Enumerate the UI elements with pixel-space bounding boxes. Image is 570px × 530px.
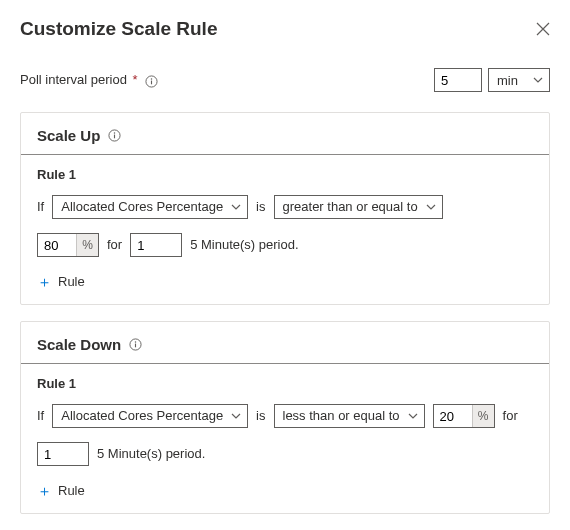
scale-down-add-rule-button[interactable]: ＋ Rule <box>37 483 85 498</box>
add-rule-label: Rule <box>58 274 85 289</box>
info-icon[interactable] <box>129 338 142 351</box>
svg-point-1 <box>151 78 152 79</box>
scale-up-period-text: 5 Minute(s) period. <box>190 230 298 260</box>
scale-up-rule-line-2: % for 5 Minute(s) period. <box>37 230 533 260</box>
svg-rect-5 <box>114 135 115 139</box>
add-rule-label: Rule <box>58 483 85 498</box>
scale-up-metric-value: Allocated Cores Percentage <box>61 192 223 222</box>
svg-point-4 <box>114 132 115 133</box>
panel-header: Customize Scale Rule <box>20 18 550 40</box>
scale-down-heading: Scale Down <box>37 336 121 353</box>
poll-interval-label-text: Poll interval period <box>20 72 127 87</box>
chevron-down-icon <box>533 75 543 85</box>
scale-down-threshold-wrap: % <box>433 404 495 428</box>
plus-icon: ＋ <box>37 274 52 289</box>
svg-rect-2 <box>151 80 152 84</box>
scale-down-header: Scale Down <box>21 322 549 364</box>
scale-down-card: Scale Down Rule 1 If Allocated Cores Per… <box>20 321 550 514</box>
close-icon[interactable] <box>536 22 550 36</box>
is-text: is <box>256 401 265 431</box>
percent-suffix: % <box>472 405 494 427</box>
scale-up-duration-input[interactable] <box>130 233 182 257</box>
scale-up-add-rule-button[interactable]: ＋ Rule <box>37 274 85 289</box>
chevron-down-icon <box>426 202 436 212</box>
svg-rect-8 <box>135 344 136 348</box>
scale-up-rule-title: Rule 1 <box>37 167 533 182</box>
scale-up-threshold-input[interactable] <box>38 234 76 256</box>
scale-down-rule-line-2: 5 Minute(s) period. <box>37 439 533 469</box>
scale-up-operator-select[interactable]: greater than or equal to <box>274 195 443 219</box>
chevron-down-icon <box>408 411 418 421</box>
scale-down-threshold-input[interactable] <box>434 405 472 427</box>
scale-up-metric-select[interactable]: Allocated Cores Percentage <box>52 195 248 219</box>
scale-down-body: Rule 1 If Allocated Cores Percentage is … <box>21 364 549 513</box>
scale-down-operator-select[interactable]: less than or equal to <box>274 404 425 428</box>
scale-up-card: Scale Up Rule 1 If Allocated Cores Perce… <box>20 112 550 305</box>
scale-up-header: Scale Up <box>21 113 549 155</box>
if-text: If <box>37 192 44 222</box>
if-text: If <box>37 401 44 431</box>
scale-up-operator-value: greater than or equal to <box>283 192 418 222</box>
is-text: is <box>256 192 265 222</box>
for-text: for <box>503 401 518 431</box>
scale-down-rule-title: Rule 1 <box>37 376 533 391</box>
poll-interval-input[interactable] <box>434 68 482 92</box>
percent-suffix: % <box>76 234 98 256</box>
scale-down-rule-line: If Allocated Cores Percentage is less th… <box>37 401 533 431</box>
info-icon[interactable] <box>108 129 121 142</box>
chevron-down-icon <box>231 202 241 212</box>
scale-down-metric-value: Allocated Cores Percentage <box>61 401 223 431</box>
panel-title: Customize Scale Rule <box>20 18 217 40</box>
poll-interval-unit-select[interactable]: min <box>488 68 550 92</box>
scale-down-operator-value: less than or equal to <box>283 401 400 431</box>
plus-icon: ＋ <box>37 483 52 498</box>
svg-point-7 <box>135 341 136 342</box>
scale-down-metric-select[interactable]: Allocated Cores Percentage <box>52 404 248 428</box>
scale-down-period-text: 5 Minute(s) period. <box>97 439 205 469</box>
poll-interval-row: Poll interval period * min <box>20 68 550 92</box>
scale-up-threshold-wrap: % <box>37 233 99 257</box>
scale-up-rule-line: If Allocated Cores Percentage is greater… <box>37 192 533 222</box>
poll-interval-unit-value: min <box>497 73 518 88</box>
info-icon[interactable] <box>145 75 158 88</box>
scale-down-duration-input[interactable] <box>37 442 89 466</box>
for-text: for <box>107 230 122 260</box>
chevron-down-icon <box>231 411 241 421</box>
required-mark: * <box>133 72 138 87</box>
poll-interval-label: Poll interval period * <box>20 72 434 87</box>
scale-up-body: Rule 1 If Allocated Cores Percentage is … <box>21 155 549 304</box>
scale-up-heading: Scale Up <box>37 127 100 144</box>
